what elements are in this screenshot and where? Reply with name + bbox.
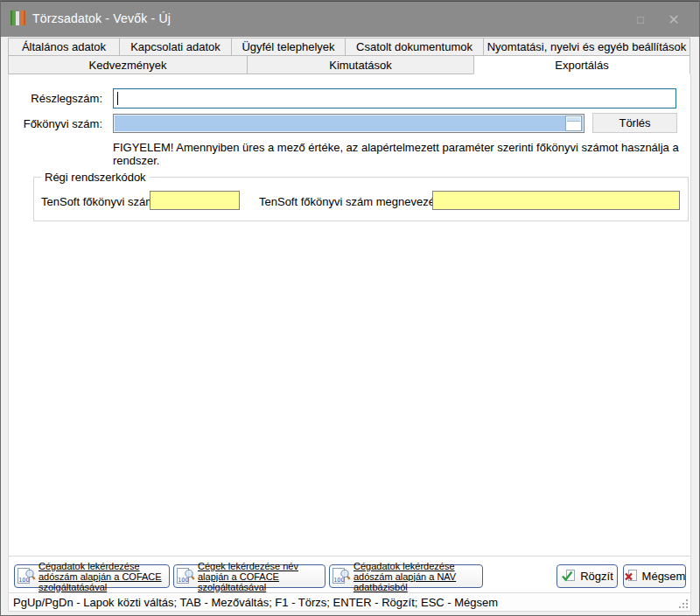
svg-text:100: 100: [18, 577, 29, 584]
search-document-icon: 100: [18, 568, 36, 584]
tab-ugyfel-telephelyek[interactable]: Ügyfél telephelyek: [231, 38, 346, 55]
lookup-grid-icon[interactable]: [565, 116, 582, 131]
app-books-icon: [10, 10, 28, 25]
regi-rendszerkodok-groupbox: Régi rendszerkódok TenSoft főkönyvi szám…: [33, 177, 689, 221]
nav-adoszam-query-button[interactable]: 100 Cégadatok lekérdezése adószám alapjá…: [329, 564, 483, 588]
coface-nev-query-button[interactable]: 100 Cégek lekérdezése név alapján a COFA…: [173, 564, 326, 588]
fokonyvi-szam-label: Főkönyvi szám:: [17, 117, 102, 130]
tensoft-megnevezes-label: TenSoft főkönyvi szám megnevezése:: [259, 195, 450, 208]
groupbox-legend: Régi rendszerkódok: [41, 171, 150, 184]
rogzit-button-label: Rögzít: [580, 570, 613, 583]
tab-kimutatasok[interactable]: Kimutatások: [247, 55, 474, 74]
application-window: Törzsadatok - Vevők - Új □ ✕ Általános a…: [0, 0, 700, 616]
tab-strip: Általános adatok Kapcsolati adatok Ügyfé…: [8, 38, 690, 74]
green-check-document-icon: [561, 570, 576, 583]
megsem-button-label: Mégsem: [642, 570, 686, 583]
titlebar[interactable]: Törzsadatok - Vevők - Új □ ✕: [1, 1, 699, 37]
query-button-label: Cégadatok lekérdezése adószám alapján a …: [354, 561, 479, 592]
tensoft-fokonyvi-szam-label: TenSoft főkönyvi szám:: [41, 195, 158, 208]
coface-adoszam-query-button[interactable]: 100 Cégadatok lekérdezése adószám alapjá…: [14, 564, 170, 588]
statusbar: PgUp/PgDn - Lapok közti váltás; TAB - Me…: [8, 592, 691, 612]
rogzit-button[interactable]: Rögzít: [556, 564, 618, 588]
tensoft-megnevezes-input[interactable]: [432, 191, 680, 210]
reszlegszam-input[interactable]: [113, 88, 676, 108]
warning-text: FIGYELEM! Amennyiben üres a mező értéke,…: [113, 141, 690, 167]
megsem-button[interactable]: Mégsem: [623, 564, 686, 588]
search-document-icon: 100: [332, 568, 351, 584]
tab-kapcsolati-adatok[interactable]: Kapcsolati adatok: [119, 38, 232, 55]
svg-text:100: 100: [178, 577, 188, 584]
tab-kedvezmenyek[interactable]: Kedvezmények: [8, 55, 248, 74]
exportalas-tab-page: Részlegszám: Főkönyvi szám: Törlés FIGYE…: [8, 74, 691, 556]
footer-button-panel: 100 Cégadatok lekérdezése adószám alapjá…: [8, 556, 691, 592]
fokonyvi-szam-lookup-field[interactable]: [113, 114, 584, 133]
text-caret: [117, 92, 118, 105]
query-button-label: Cégek lekérdezése név alapján a COFACE s…: [198, 561, 321, 592]
maximize-icon[interactable]: □: [627, 9, 654, 30]
tab-csatolt-dokumentumok[interactable]: Csatolt dokumentumok: [345, 38, 484, 55]
torles-button-label: Törlés: [619, 116, 650, 130]
tab-row-1: Általános adatok Kapcsolati adatok Ügyfé…: [8, 38, 690, 55]
torles-button[interactable]: Törlés: [592, 113, 677, 133]
tensoft-fokonyvi-szam-input[interactable]: [150, 191, 240, 210]
query-button-label: Cégadatok lekérdezése adószám alapján a …: [38, 561, 165, 592]
search-document-icon: 100: [177, 568, 195, 584]
red-x-document-icon: [624, 570, 638, 583]
tab-exportalas[interactable]: Exportálás: [473, 55, 690, 74]
svg-text:100: 100: [333, 577, 344, 584]
tab-nyomtatasi-beallitasok[interactable]: Nyomtatási, nyelvi és egyéb beállítások: [483, 38, 690, 55]
statusbar-hint-text: PgUp/PgDn - Lapok közti váltás; TAB - Me…: [13, 596, 498, 609]
close-icon[interactable]: ✕: [661, 9, 687, 30]
window-bottom-frame: [1, 612, 699, 616]
tab-row-2: Kedvezmények Kimutatások Exportálás: [8, 55, 690, 74]
reszlegszam-label: Részlegszám:: [17, 92, 102, 105]
resize-grip-icon[interactable]: [677, 598, 688, 608]
tab-altalanos-adatok[interactable]: Általános adatok: [8, 38, 120, 55]
window-title: Törzsadatok - Vevők - Új: [32, 11, 171, 25]
